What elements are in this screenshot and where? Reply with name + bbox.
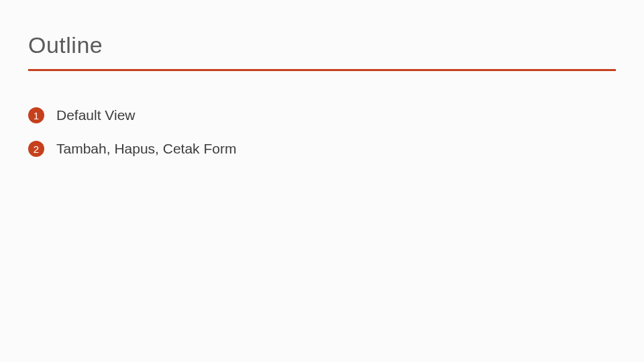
slide-title: Outline bbox=[28, 32, 616, 58]
item-number-badge: 2 bbox=[28, 141, 44, 157]
outline-item: 2 Tambah, Hapus, Cetak Form bbox=[28, 141, 616, 157]
title-underline bbox=[28, 69, 616, 71]
item-label: Default View bbox=[56, 107, 136, 123]
outline-item: 1 Default View bbox=[28, 107, 616, 123]
item-number-badge: 1 bbox=[28, 107, 44, 123]
item-label: Tambah, Hapus, Cetak Form bbox=[56, 141, 236, 157]
slide: Outline 1 Default View 2 Tambah, Hapus, … bbox=[0, 0, 644, 157]
